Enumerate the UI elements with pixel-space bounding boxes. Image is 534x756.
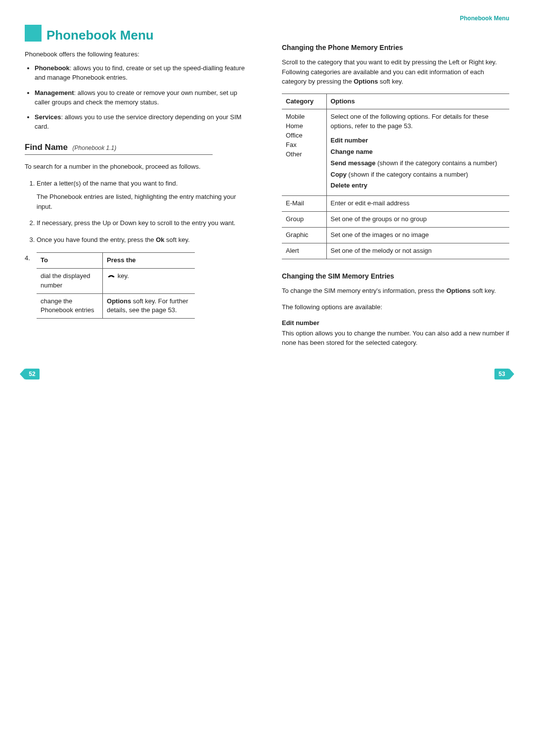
cat-row-numbers: Mobile Home Office Fax Other Select one … <box>282 109 509 196</box>
page-number-left: 52 <box>25 369 40 379</box>
step-4: 4. To Press the dial the displayed numbe… <box>25 251 252 319</box>
action-row-dial: dial the displayed number key. <box>37 268 195 293</box>
action-row-change: change the Phonebook entries Options sof… <box>37 293 195 319</box>
step-2: If necessary, press the Up or Down key t… <box>37 218 252 228</box>
page-title: Phonebook Menu <box>46 29 154 42</box>
step-1: Enter a letter(s) of the name that you w… <box>37 179 252 212</box>
title-block: Phonebook Menu <box>25 25 252 42</box>
right-p3: The following options are available: <box>282 302 509 312</box>
cat-row-alert: Alert Set one of the melody or not assig… <box>282 243 509 259</box>
right-column: Changing the Phone Memory Entries Scroll… <box>282 25 509 355</box>
left-column: Phonebook Menu Phonebook offers the foll… <box>25 25 252 355</box>
bullet-services: Services: allows you to use the service … <box>35 113 252 132</box>
header-tag: Phonebook Menu <box>460 15 509 22</box>
bullet-management: Management: allows you to create or remo… <box>35 89 252 107</box>
page-number-right: 53 <box>494 369 509 379</box>
category-table: Category Options Mobile Home Office Fax … <box>282 94 509 259</box>
footer: 52 53 <box>25 369 509 379</box>
edit-number-subhead: Edit number <box>282 319 509 327</box>
step-3: Once you have found the entry, press the… <box>37 235 252 245</box>
section-intro: To search for a number in the phonebook,… <box>25 162 252 172</box>
feature-bullets: Phonebook: allows you to find, create or… <box>25 64 252 132</box>
right-p2: To change the SIM memory entry's informa… <box>282 286 509 296</box>
page-spread: Phonebook Menu Phonebook offers the foll… <box>25 25 509 355</box>
th-to: To <box>37 253 103 269</box>
section-ref: (Phonebook 1.1) <box>73 144 117 151</box>
call-key-icon <box>107 273 116 280</box>
intro-text: Phonebook offers the following features: <box>25 50 252 58</box>
th-options: Options <box>326 94 509 109</box>
bullet-phonebook: Phonebook: allows you to find, create or… <box>35 64 252 83</box>
title-square-icon <box>25 25 42 42</box>
action-table: To Press the dial the displayed number k… <box>37 252 195 319</box>
step-4-num: 4. <box>25 251 37 319</box>
cat-row-graphic: Graphic Set one of the images or no imag… <box>282 227 509 243</box>
steps-list: Enter a letter(s) of the name that you w… <box>25 179 252 245</box>
section-heading: Find Name (Phonebook 1.1) <box>25 142 252 152</box>
section-name: Find Name <box>25 142 68 152</box>
step-1-sub: The Phonebook entries are listed, highli… <box>37 192 252 211</box>
right-heading-2: Changing the SIM Memory Entries <box>282 272 509 280</box>
cat-row-email: E-Mail Enter or edit e-mail address <box>282 196 509 212</box>
right-heading-1: Changing the Phone Memory Entries <box>282 44 509 51</box>
th-category: Category <box>282 94 326 109</box>
cat-row-group: Group Set one of the groups or no group <box>282 212 509 228</box>
section-rule <box>25 154 213 155</box>
right-p1: Scroll to the category that you want to … <box>282 57 509 87</box>
edit-number-body: This option allows you to change the num… <box>282 329 509 348</box>
th-press: Press the <box>103 253 195 269</box>
